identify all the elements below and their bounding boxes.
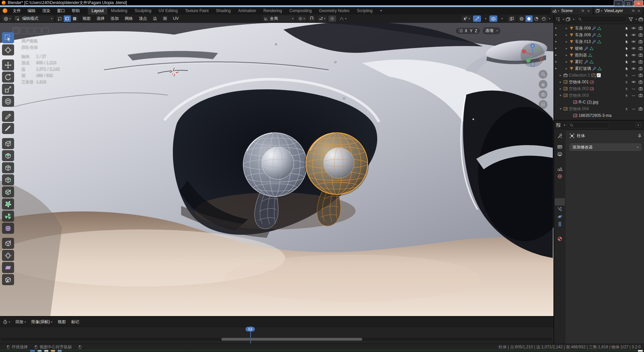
hide-viewport-icon[interactable]: [631, 39, 636, 44]
image-data-icon[interactable]: [590, 87, 594, 91]
outliner-row[interactable]: ▸ ▾ 雾灯 ✓: [554, 58, 644, 65]
menu-mesh[interactable]: 网格: [122, 14, 136, 23]
select-intersect-icon[interactable]: [42, 28, 49, 34]
mesh-data-icon[interactable]: [588, 53, 592, 57]
constraints[interactable]: [555, 220, 565, 228]
image-data-icon[interactable]: [590, 80, 594, 84]
menu-edit[interactable]: 编辑: [24, 7, 39, 14]
playback-menu[interactable]: 回放▾: [13, 318, 29, 325]
collection[interactable]: [555, 183, 565, 191]
minimize-button[interactable]: –: [614, 0, 623, 7]
disable-render-icon[interactable]: [638, 66, 643, 71]
tab-uv-editing[interactable]: UV Editing: [155, 7, 181, 14]
outliner-row[interactable]: ▸ ▾ 车身.009 ✓: [554, 32, 644, 38]
new-scene-button[interactable]: ⧉: [580, 8, 585, 14]
filter-icon[interactable]: [628, 17, 633, 22]
modifier-wrench-icon[interactable]: [592, 67, 596, 71]
edge-select-button[interactable]: [64, 15, 71, 22]
close-button[interactable]: ✕: [634, 0, 643, 7]
modifier-wrench-icon[interactable]: [592, 40, 596, 44]
tool-poly-build[interactable]: [2, 199, 14, 210]
menu-vertex[interactable]: 顶点: [136, 14, 150, 23]
tool-shrink-fatten[interactable]: [2, 250, 14, 261]
gizmos-toggle[interactable]: [473, 15, 481, 22]
wireframe-shading-button[interactable]: [518, 15, 525, 22]
tab-geometry-nodes[interactable]: Geometry Nodes: [315, 7, 353, 14]
outliner-search-input[interactable]: [576, 16, 627, 23]
hidden-icon[interactable]: [631, 86, 636, 91]
select-invert-icon[interactable]: [35, 28, 41, 34]
material-preview-button[interactable]: [533, 15, 540, 22]
object-name[interactable]: 镀铬: [575, 46, 583, 51]
object-name[interactable]: 空物体.003: [569, 93, 589, 98]
expand-icon[interactable]: ▸: [565, 27, 568, 30]
marker-menu[interactable]: 标记▾: [68, 318, 82, 325]
object-data[interactable]: [555, 228, 565, 235]
expand-icon[interactable]: ▸: [565, 60, 568, 63]
mesh-data-icon[interactable]: [597, 67, 602, 71]
selectable-icon[interactable]: [625, 40, 629, 44]
object-name[interactable]: 1663572905-3-ma: [579, 113, 611, 118]
overlays-toggle[interactable]: [489, 15, 497, 22]
physics[interactable]: [555, 213, 565, 220]
hidden-icon[interactable]: [631, 73, 636, 78]
transform-orientation[interactable]: 全局 ▾: [262, 15, 295, 22]
modifiers[interactable]: [555, 198, 565, 206]
material[interactable]: [555, 235, 565, 243]
expand-icon[interactable]: ▸: [559, 87, 562, 90]
expand-icon[interactable]: ▸: [559, 80, 562, 84]
ortho-grid-icon[interactable]: [539, 100, 547, 109]
render[interactable]: [555, 143, 565, 150]
object-name[interactable]: R-C (2).jpg: [579, 100, 598, 104]
disable-render-icon[interactable]: [638, 53, 643, 57]
selectable-icon[interactable]: [625, 33, 629, 37]
object-name[interactable]: 雨刮器: [575, 52, 587, 58]
mesh-data-icon[interactable]: [589, 60, 594, 64]
face-select-button[interactable]: [71, 15, 78, 22]
selectable-icon[interactable]: [625, 80, 629, 84]
collapse-icon[interactable]: ▾: [559, 94, 562, 97]
view-layer-selector[interactable]: ▾ ViewLayer ⧉ ✕: [594, 7, 643, 14]
tool-move[interactable]: [2, 59, 14, 71]
object[interactable]: [555, 191, 565, 198]
object-name[interactable]: 车身.013: [575, 39, 591, 45]
taskbar-app-icon[interactable]: [38, 350, 42, 352]
solid-shading-button[interactable]: [526, 15, 533, 22]
tool-shear[interactable]: [2, 262, 14, 273]
view-layer[interactable]: [555, 158, 565, 165]
properties-search-input[interactable]: [567, 122, 609, 128]
object-name[interactable]: 雾灯: [575, 59, 583, 65]
object-name[interactable]: Collection 2: [569, 73, 590, 78]
selectable-icon[interactable]: [625, 73, 629, 78]
tool-box-select[interactable]: [2, 32, 14, 43]
disable-render-icon[interactable]: [638, 26, 643, 31]
output[interactable]: [555, 150, 565, 158]
modifier-wrench-icon[interactable]: [592, 33, 596, 37]
hide-viewport-icon[interactable]: [631, 80, 636, 84]
timeline-editor-type-button[interactable]: ▾: [0, 318, 13, 325]
expand-icon[interactable]: ▸: [565, 53, 568, 57]
hide-viewport-icon[interactable]: [631, 59, 636, 64]
properties-editor-icon[interactable]: [556, 123, 561, 128]
scrollbar-thumb[interactable]: [221, 338, 362, 341]
tab-rendering[interactable]: Rendering: [260, 7, 285, 14]
menu-select[interactable]: 选择: [94, 14, 108, 23]
tab-scripting[interactable]: Scripting: [353, 7, 376, 14]
outliner-row[interactable]: ▸ ▾ 车身.013 ✓: [554, 38, 644, 45]
vertex-select-button[interactable]: [56, 15, 63, 22]
scene-selector[interactable]: ▾ Scene ⧉ ✕: [551, 7, 592, 14]
object-name[interactable]: 车身.009: [575, 32, 591, 38]
outliner-row[interactable]: ▸ ▾ 雾灯玻璃 ✓: [554, 65, 644, 72]
menu-face[interactable]: 面: [160, 14, 170, 23]
timeline-view-menu[interactable]: 视图▾: [55, 318, 68, 325]
mode-selector[interactable]: 编辑模式 ▾: [14, 15, 54, 22]
select-subtract-icon[interactable]: [28, 28, 34, 34]
modifier-wrench-icon[interactable]: [584, 46, 588, 51]
keying-menu[interactable]: 抠像(插帧)▾: [29, 318, 55, 325]
modifier-wrench-icon[interactable]: [592, 26, 596, 31]
navigation-gizmo[interactable]: Z X: [520, 42, 545, 68]
disable-render-icon[interactable]: [638, 106, 643, 111]
particles[interactable]: [555, 206, 565, 213]
proportional-edit-toggle[interactable]: [328, 15, 336, 22]
disable-render-icon[interactable]: [638, 73, 643, 78]
